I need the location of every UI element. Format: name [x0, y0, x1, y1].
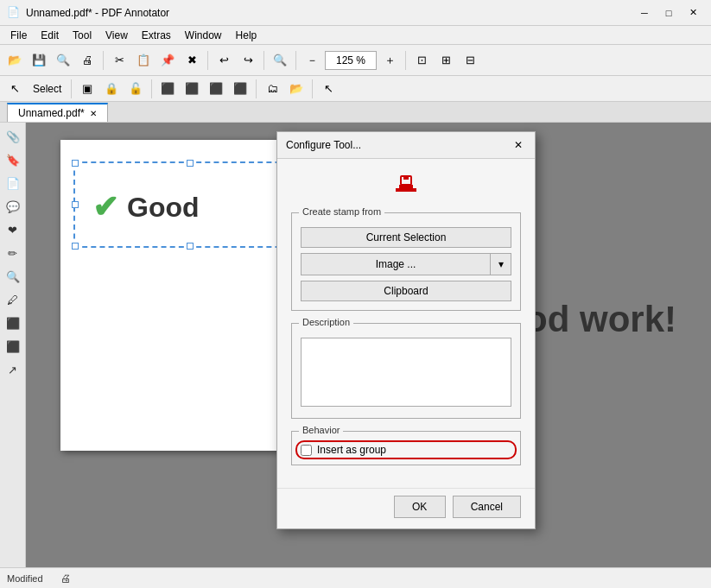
- current-selection-button[interactable]: Current Selection: [301, 227, 511, 248]
- align-left-button[interactable]: ⬛: [156, 78, 179, 100]
- dialog-footer: OK Cancel: [277, 488, 535, 528]
- panel-btn-8[interactable]: 🖊: [3, 289, 23, 310]
- separator-3: [263, 51, 264, 70]
- description-section: Description: [291, 323, 521, 419]
- app-icon: 📄: [7, 6, 21, 20]
- insert-as-group-checkbox[interactable]: [301, 445, 312, 456]
- status-text: Modified: [7, 573, 43, 584]
- align-top-button[interactable]: ⬛: [205, 78, 227, 100]
- copy-button[interactable]: 📋: [132, 49, 155, 72]
- tab-close-button[interactable]: ✕: [90, 109, 97, 118]
- panel-btn-1[interactable]: 📎: [3, 126, 23, 147]
- status-bar: Modified 🖨: [0, 567, 711, 588]
- description-legend: Description: [299, 317, 353, 327]
- zoom-in-button[interactable]: ＋: [378, 49, 401, 72]
- fit-page-button[interactable]: ⊡: [410, 49, 433, 72]
- image-button[interactable]: Image ...: [301, 253, 491, 275]
- create-stamp-section: Create stamp from Current Selection Imag…: [291, 212, 521, 311]
- zoom-out-button[interactable]: －: [301, 49, 323, 72]
- panel-btn-9[interactable]: ⬛: [3, 313, 23, 333]
- align-bottom-button[interactable]: ⬛: [229, 78, 251, 100]
- image-button-row: Image ... ▾: [301, 253, 511, 275]
- title-bar: 📄 Unnamed.pdf* - PDF Annotator ─ □ ✕: [0, 0, 711, 26]
- align-right-button[interactable]: ⬛: [181, 78, 203, 100]
- description-textarea[interactable]: [301, 338, 511, 407]
- menu-window[interactable]: Window: [178, 28, 229, 43]
- menu-tool[interactable]: Tool: [66, 28, 98, 43]
- panel-btn-stamp[interactable]: ⬛: [3, 336, 23, 357]
- separator-1: [103, 51, 104, 70]
- stamp-icon-row: [291, 169, 521, 202]
- separator-t2-2: [151, 79, 152, 98]
- behavior-legend: Behavior: [299, 425, 343, 435]
- menu-view[interactable]: View: [98, 28, 135, 43]
- configure-tool-dialog: Configure Tool... ✕: [276, 131, 536, 529]
- tab-unnamed-pdf[interactable]: Unnamed.pdf* ✕: [7, 103, 108, 122]
- full-screen-button[interactable]: ⊟: [459, 49, 481, 72]
- dialog-content: Create stamp from Current Selection Imag…: [277, 159, 535, 488]
- select-tool-button[interactable]: ↖: [3, 78, 26, 100]
- search-button[interactable]: 🔍: [269, 49, 291, 72]
- separator-5: [405, 51, 406, 70]
- separator-2: [207, 51, 208, 70]
- menu-help[interactable]: Help: [229, 28, 264, 43]
- insert-as-group-label: Insert as group: [317, 444, 386, 456]
- insert-as-group-row: Insert as group: [301, 444, 511, 456]
- separator-4: [295, 51, 296, 70]
- ungroup-button[interactable]: 📂: [285, 78, 308, 100]
- close-button[interactable]: ✕: [682, 4, 704, 22]
- create-stamp-buttons: Current Selection Image ... ▾ Clipboard: [301, 227, 511, 301]
- panel-btn-5[interactable]: ❤: [3, 219, 23, 240]
- dialog-overlay: Configure Tool... ✕: [26, 123, 711, 567]
- separator-t2-1: [71, 79, 72, 98]
- text-select-button[interactable]: ▣: [76, 78, 98, 100]
- cancel-button[interactable]: Cancel: [453, 496, 521, 518]
- image-dropdown-button[interactable]: ▾: [491, 253, 511, 275]
- title-bar-controls: ─ □ ✕: [633, 4, 704, 22]
- printer-icon: 🖨: [60, 572, 71, 585]
- cursor-button[interactable]: ↖: [317, 78, 340, 100]
- separator-t2-3: [256, 79, 257, 98]
- maximize-button[interactable]: □: [657, 4, 680, 22]
- menu-edit[interactable]: Edit: [34, 28, 66, 43]
- paste-button[interactable]: 📌: [156, 49, 179, 72]
- separator-t2-4: [312, 79, 313, 98]
- ok-button[interactable]: OK: [394, 496, 446, 518]
- print-button[interactable]: 🖨: [76, 49, 98, 72]
- select-label: Select: [28, 83, 67, 95]
- panel-btn-2[interactable]: 🔖: [3, 149, 23, 170]
- panel-btn-3[interactable]: 📄: [3, 173, 23, 193]
- dialog-title-bar: Configure Tool... ✕: [277, 132, 535, 159]
- stamp-icon: [392, 169, 420, 202]
- document-area: ✔ Good ✔ Good work! Configure Tool... ✕: [26, 123, 711, 567]
- minimize-button[interactable]: ─: [633, 4, 656, 22]
- group-button[interactable]: 🗂: [261, 78, 283, 100]
- delete-button[interactable]: ✖: [181, 49, 203, 72]
- zoom-control: [325, 51, 377, 70]
- cut-button[interactable]: ✂: [108, 49, 130, 72]
- dialog-title: Configure Tool...: [286, 139, 361, 151]
- title-bar-text: Unnamed.pdf* - PDF Annotator: [26, 7, 633, 19]
- print-preview-button[interactable]: 🔍: [52, 49, 74, 72]
- dialog-close-button[interactable]: ✕: [511, 137, 526, 153]
- clipboard-button[interactable]: Clipboard: [301, 281, 511, 301]
- create-stamp-legend: Create stamp from: [299, 206, 384, 217]
- fit-width-button[interactable]: ⊞: [435, 49, 457, 72]
- unlock-button[interactable]: 🔓: [124, 78, 147, 100]
- svg-rect-3: [403, 176, 409, 180]
- save-button[interactable]: 💾: [28, 49, 50, 72]
- menu-extras[interactable]: Extras: [135, 28, 178, 43]
- panel-btn-7[interactable]: 🔍: [3, 266, 23, 287]
- panel-btn-arrow[interactable]: ↗: [3, 359, 23, 380]
- behavior-section: Behavior Insert as group: [291, 431, 521, 465]
- redo-button[interactable]: ↪: [237, 49, 259, 72]
- left-panel: 📎 🔖 📄 💬 ❤ ✏ 🔍 🖊 ⬛ ⬛ ↗: [0, 123, 26, 567]
- undo-button[interactable]: ↩: [213, 49, 235, 72]
- zoom-input[interactable]: [325, 51, 377, 70]
- menu-file[interactable]: File: [3, 28, 34, 43]
- annotation-toolbar: ↖ Select ▣ 🔒 🔓 ⬛ ⬛ ⬛ ⬛ 🗂 📂 ↖: [0, 76, 711, 102]
- panel-btn-6[interactable]: ✏: [3, 243, 23, 263]
- open-button[interactable]: 📂: [3, 49, 26, 72]
- lock-button[interactable]: 🔒: [100, 78, 123, 100]
- panel-btn-4[interactable]: 💬: [3, 196, 23, 217]
